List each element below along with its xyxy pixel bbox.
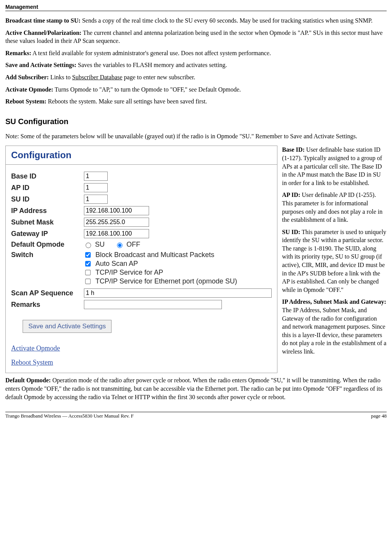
footer-right: page 48 bbox=[371, 413, 387, 419]
switch-tcpip-eth-checkbox[interactable] bbox=[85, 279, 90, 284]
subnet-label: Subnet Mask bbox=[11, 218, 84, 226]
switch-row: Switch Block Broadcast and Multicast Pac… bbox=[11, 251, 272, 286]
scan-input[interactable] bbox=[84, 288, 272, 298]
def-broadcast: Broadcast time stamp to SU: Sends a copy… bbox=[5, 16, 387, 25]
def-active-channel: Active Channel/Polarization: The current… bbox=[5, 29, 387, 45]
subnet-input[interactable] bbox=[84, 218, 149, 227]
ip-row: IP Address bbox=[11, 206, 272, 215]
ap-id-row: AP ID bbox=[11, 183, 272, 192]
panel-divider bbox=[6, 164, 277, 165]
activate-opmode-link[interactable]: Activate Opmode bbox=[11, 344, 277, 352]
side-base-id: Base ID: User definable base station ID … bbox=[282, 146, 387, 187]
opmode-row: Default Opmode SU OFF bbox=[11, 241, 272, 249]
configuration-panel: Configuration Base ID AP ID SU ID IP Add… bbox=[5, 146, 277, 373]
switch-tcpip-ap[interactable]: TCP/IP Service for AP bbox=[84, 269, 237, 277]
switch-auto-scan-checkbox[interactable] bbox=[85, 261, 90, 267]
def-save-activate: Save and Activate Settings: Saves the va… bbox=[5, 61, 387, 69]
note-paragraph: Note: Some of the parameters below will … bbox=[5, 132, 387, 141]
footer-left: Trango Broadband Wireless — Access5830 U… bbox=[5, 413, 134, 419]
def-add-subscriber: Add Subscriber: Links to Subscriber Data… bbox=[5, 73, 387, 82]
def-activate-opmode: Activate Opmode: Turns Opmode to "AP," t… bbox=[5, 85, 387, 94]
remarks-row: Remarks bbox=[11, 300, 272, 309]
side-su-id: SU ID: This parameter is used to uniquel… bbox=[282, 228, 387, 294]
def-remarks: Remarks: A text field available for syst… bbox=[5, 49, 387, 57]
switch-auto-scan[interactable]: Auto Scan AP bbox=[84, 260, 237, 268]
base-id-label: Base ID bbox=[11, 172, 84, 180]
gateway-input[interactable] bbox=[84, 229, 149, 238]
su-id-label: SU ID bbox=[11, 195, 84, 203]
switch-block-bcast[interactable]: Block Broadcast and Multicast Packets bbox=[84, 251, 237, 259]
page-footer: Trango Broadband Wireless — Access5830 U… bbox=[5, 412, 387, 419]
subnet-row: Subnet Mask bbox=[11, 218, 272, 227]
ap-id-label: AP ID bbox=[11, 184, 84, 192]
switch-block-bcast-checkbox[interactable] bbox=[85, 252, 90, 258]
running-header: Management bbox=[5, 4, 387, 11]
base-id-row: Base ID bbox=[11, 172, 272, 181]
su-id-input[interactable] bbox=[84, 195, 108, 204]
opmode-off-radio[interactable] bbox=[117, 242, 122, 248]
side-ip-etc: IP Address, Subnet Mask and Gateway: The… bbox=[282, 298, 387, 355]
opmode-off-option[interactable]: OFF bbox=[115, 241, 140, 249]
scan-row: Scan AP Sequence bbox=[11, 288, 272, 298]
subscriber-database-link[interactable]: Subscriber Database bbox=[72, 74, 122, 80]
ip-label: IP Address bbox=[11, 207, 84, 215]
opmode-su-radio[interactable] bbox=[85, 242, 91, 248]
reboot-system-link[interactable]: Reboot System bbox=[11, 359, 277, 367]
opmode-su-option[interactable]: SU bbox=[84, 241, 105, 249]
switch-tcpip-eth[interactable]: TCP/IP Service for Ethernet port (opmode… bbox=[84, 277, 237, 285]
scan-label: Scan AP Sequence bbox=[11, 289, 84, 297]
su-configuration-heading: SU Configuration bbox=[5, 117, 387, 126]
opmode-label: Default Opmode bbox=[11, 241, 84, 249]
save-activate-button[interactable]: Save and Activate Settings bbox=[23, 320, 112, 333]
ap-id-input[interactable] bbox=[84, 183, 108, 192]
remarks-input[interactable] bbox=[84, 300, 222, 309]
ip-input[interactable] bbox=[84, 206, 149, 215]
gateway-label: Gateway IP bbox=[11, 230, 84, 238]
side-ap-id: AP ID: User definable AP ID (1-255). Thi… bbox=[282, 191, 387, 224]
def-reboot-system: Reboot System: Reboots the system. Make … bbox=[5, 97, 387, 106]
switch-label: Switch bbox=[11, 251, 84, 259]
side-column: Base ID: User definable base station ID … bbox=[282, 146, 387, 359]
remarks-label: Remarks bbox=[11, 301, 84, 309]
base-id-input[interactable] bbox=[84, 172, 108, 181]
gateway-row: Gateway IP bbox=[11, 229, 272, 238]
su-id-row: SU ID bbox=[11, 195, 272, 204]
def-default-opmode: Default Opmode: Operation mode of the ra… bbox=[5, 376, 387, 401]
switch-tcpip-ap-checkbox[interactable] bbox=[85, 270, 90, 275]
panel-title: Configuration bbox=[6, 146, 277, 163]
